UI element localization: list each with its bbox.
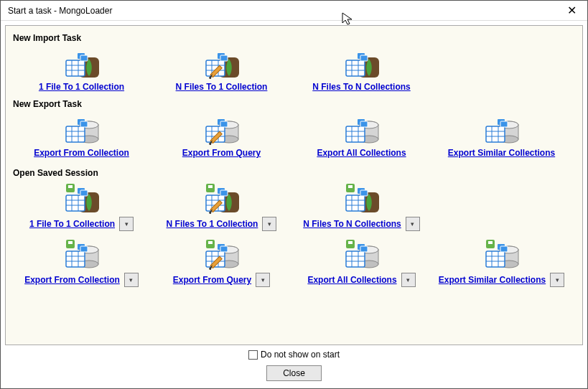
- row-session-2: Export From Collection ▾ Export From Que…: [11, 238, 577, 287]
- export-collection-icon: [63, 113, 101, 145]
- chevron-down-icon[interactable]: ▾: [262, 217, 276, 231]
- session-nton-icon: [343, 182, 381, 214]
- task-import-nto1[interactable]: N Files To 1 Collection: [151, 47, 291, 92]
- link-import-nton[interactable]: N Files To N Collections: [312, 82, 410, 92]
- chevron-down-icon[interactable]: ▾: [256, 273, 270, 287]
- session-export-similar-icon: [483, 238, 521, 270]
- session-export-query-icon: [203, 238, 241, 270]
- export-query-icon: [203, 113, 241, 145]
- chevron-down-icon[interactable]: ▾: [119, 217, 134, 231]
- main-panel: New Import Task 1 File To 1 Collection N…: [5, 25, 583, 345]
- section-export-title: New Export Task: [13, 99, 577, 109]
- section-import-title: New Import Task: [13, 33, 577, 43]
- files-to-collection-icon: [203, 47, 241, 79]
- task-import-1to1[interactable]: 1 File To 1 Collection: [11, 47, 151, 92]
- task-session-export-similar[interactable]: Export Similar Collections ▾: [431, 238, 571, 287]
- link-session-nton[interactable]: N Files To N Collections: [303, 219, 401, 229]
- footer: Do not show on start Close: [5, 345, 583, 384]
- task-session-nto1[interactable]: N Files To 1 Collection ▾: [151, 182, 291, 231]
- task-export-similar[interactable]: Export Similar Collections: [431, 113, 571, 158]
- task-export-all[interactable]: Export All Collections: [291, 113, 431, 158]
- chevron-down-icon[interactable]: ▾: [406, 217, 420, 231]
- window-title: Start a task - MongoLoader: [8, 6, 112, 16]
- export-similar-icon: [483, 113, 521, 145]
- link-session-export-similar[interactable]: Export Similar Collections: [439, 275, 546, 285]
- link-session-1to1[interactable]: 1 File To 1 Collection: [29, 219, 115, 229]
- link-import-nto1[interactable]: N Files To 1 Collection: [176, 82, 268, 92]
- task-session-nton[interactable]: N Files To N Collections ▾: [291, 182, 431, 231]
- row-import: 1 File To 1 Collection N Files To 1 Coll…: [11, 47, 577, 92]
- link-session-export-query[interactable]: Export From Query: [173, 275, 251, 285]
- link-export-similar[interactable]: Export Similar Collections: [448, 148, 555, 158]
- titlebar: Start a task - MongoLoader ✕: [1, 1, 587, 21]
- checkbox-icon[interactable]: [248, 350, 258, 360]
- export-all-icon: [343, 113, 381, 145]
- session-nto1-icon: [203, 182, 241, 214]
- dont-show-label: Do not show on start: [261, 350, 340, 360]
- files-to-collections-icon: [343, 47, 381, 79]
- link-export-query[interactable]: Export From Query: [182, 148, 261, 158]
- window: Start a task - MongoLoader ✕ New Import …: [0, 0, 588, 389]
- task-session-export-all[interactable]: Export All Collections ▾: [291, 238, 431, 287]
- task-export-collection[interactable]: Export From Collection: [11, 113, 151, 158]
- task-session-export-query[interactable]: Export From Query ▾: [151, 238, 291, 287]
- task-export-query[interactable]: Export From Query: [151, 113, 291, 158]
- session-export-collection-icon: [63, 238, 101, 270]
- link-import-1to1[interactable]: 1 File To 1 Collection: [39, 82, 124, 92]
- dont-show-checkbox[interactable]: Do not show on start: [248, 350, 340, 360]
- session-export-all-icon: [343, 238, 381, 270]
- row-session-1: 1 File To 1 Collection ▾ N Files To 1 Co…: [11, 182, 577, 231]
- close-button[interactable]: Close: [266, 365, 322, 381]
- chevron-down-icon[interactable]: ▾: [124, 273, 139, 287]
- link-session-export-all[interactable]: Export All Collections: [307, 275, 396, 285]
- link-export-collection[interactable]: Export From Collection: [34, 148, 129, 158]
- link-session-nto1[interactable]: N Files To 1 Collection: [167, 219, 258, 229]
- chevron-down-icon[interactable]: ▾: [401, 273, 416, 287]
- task-import-nton[interactable]: N Files To N Collections: [291, 47, 431, 92]
- file-to-collection-icon: [63, 47, 101, 79]
- section-session-title: Open Saved Session: [13, 168, 577, 178]
- link-session-export-collection[interactable]: Export From Collection: [24, 275, 120, 285]
- client-area: New Import Task 1 File To 1 Collection N…: [1, 21, 587, 388]
- close-icon[interactable]: ✕: [561, 5, 582, 17]
- row-export: Export From Collection Export From Query…: [11, 113, 577, 158]
- chevron-down-icon[interactable]: ▾: [550, 273, 564, 287]
- task-session-1to1[interactable]: 1 File To 1 Collection ▾: [11, 182, 151, 231]
- link-export-all[interactable]: Export All Collections: [317, 148, 406, 158]
- task-session-export-collection[interactable]: Export From Collection ▾: [11, 238, 151, 287]
- session-1to1-icon: [63, 182, 101, 214]
